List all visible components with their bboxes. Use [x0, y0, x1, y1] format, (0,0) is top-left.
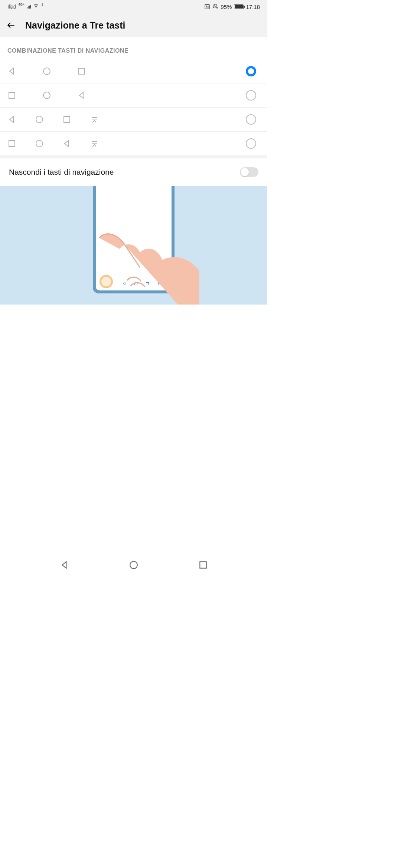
radio-unselected[interactable]	[246, 114, 256, 125]
back-triangle-icon	[77, 91, 86, 100]
system-nav-bar	[0, 553, 267, 579]
back-triangle-icon	[60, 560, 69, 570]
hide-nav-switch[interactable]	[240, 167, 258, 177]
home-circle-icon	[42, 91, 51, 100]
app-header: Navigazione a Tre tasti	[0, 13, 267, 37]
svg-rect-7	[64, 116, 70, 122]
home-circle-icon	[35, 115, 44, 124]
battery-percent: 95%	[221, 4, 232, 10]
network-badge: 4G+	[18, 3, 25, 6]
dnd-icon	[212, 4, 218, 10]
sys-recent-button[interactable]	[198, 560, 208, 571]
clock: 17:18	[246, 4, 260, 10]
nav-combo-option-2[interactable]	[0, 83, 267, 108]
recent-square-icon	[7, 139, 16, 148]
back-triangle-icon	[62, 139, 71, 148]
recent-square-icon	[77, 67, 86, 76]
section-combo-label: COMBINAZIONE TASTI DI NAVIGAZIONE	[0, 37, 267, 59]
svg-point-12	[130, 561, 137, 569]
battery-icon	[234, 4, 244, 9]
svg-rect-8	[9, 141, 15, 147]
hand-icon	[73, 227, 199, 305]
back-button[interactable]	[6, 20, 16, 30]
svg-rect-4	[9, 92, 15, 98]
status-bar: Iliad 4G+ 1 95% 17:18	[0, 0, 267, 13]
svg-rect-13	[200, 562, 206, 568]
hide-nav-label: Nascondi i tasti di navigazione	[9, 168, 114, 177]
page-title: Navigazione a Tre tasti	[25, 20, 125, 31]
dropdown-icon	[90, 139, 99, 148]
radio-selected[interactable]	[246, 66, 256, 76]
svg-point-2	[43, 68, 50, 75]
back-triangle-icon	[7, 115, 16, 124]
status-right: 95% 17:18	[204, 4, 260, 10]
home-circle-icon	[35, 139, 44, 148]
svg-point-0	[36, 6, 37, 7]
arrow-left-icon	[6, 20, 16, 30]
svg-point-6	[36, 116, 43, 123]
combo-keys	[7, 67, 86, 76]
sys-back-button[interactable]	[60, 560, 69, 571]
nav-combo-option-1[interactable]	[0, 59, 267, 83]
back-triangle-icon	[7, 67, 16, 76]
svg-rect-3	[79, 68, 85, 74]
svg-point-9	[36, 140, 43, 147]
hotspot-count: 1	[41, 3, 43, 6]
recent-square-icon	[7, 91, 16, 100]
nav-combo-option-4[interactable]	[0, 132, 267, 155]
dropdown-icon	[90, 115, 99, 124]
nfc-icon	[204, 4, 210, 10]
combo-keys	[7, 115, 99, 124]
recent-square-icon	[62, 115, 71, 124]
status-left: Iliad 4G+ 1	[7, 4, 43, 10]
radio-unselected[interactable]	[246, 90, 256, 101]
combo-keys	[7, 139, 99, 148]
hotspot-icon	[33, 4, 39, 10]
home-circle-icon	[42, 67, 51, 76]
recent-square-icon	[198, 560, 208, 570]
sys-home-button[interactable]	[129, 560, 138, 571]
illustration-panel	[0, 186, 267, 305]
hide-nav-row[interactable]: Nascondi i tasti di navigazione	[0, 155, 267, 186]
radio-unselected[interactable]	[246, 138, 256, 149]
signal-icon	[27, 5, 31, 9]
home-circle-icon	[129, 560, 138, 570]
nav-combo-options	[0, 59, 267, 155]
combo-keys	[7, 91, 86, 100]
svg-point-5	[43, 92, 50, 99]
carrier-label: Iliad	[7, 4, 16, 10]
nav-combo-option-3[interactable]	[0, 108, 267, 132]
